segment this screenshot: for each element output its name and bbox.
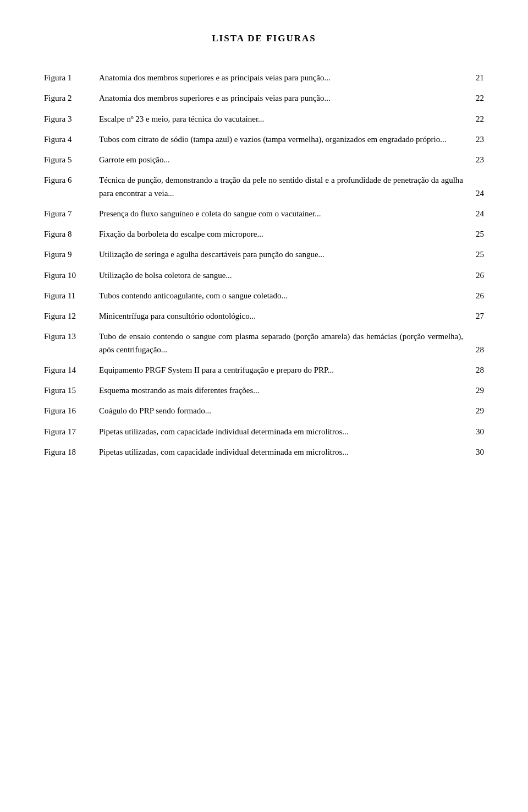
- figure-label: Figura 12: [44, 310, 99, 323]
- figure-page-number: 24: [468, 187, 484, 200]
- figure-page-number: 22: [468, 113, 484, 126]
- figure-description: Tubos com citrato de sódio (tampa azul) …: [99, 133, 468, 146]
- figure-content: Pipetas utilizadas, com capacidade indiv…: [99, 426, 484, 438]
- figure-label: Figura 3: [44, 113, 99, 126]
- figure-page-number: 24: [468, 208, 484, 220]
- figure-label: Figura 16: [44, 405, 99, 417]
- figure-description: Coágulo do PRP sendo formado...: [99, 405, 468, 417]
- figure-page-number: 29: [468, 384, 484, 397]
- figure-page-number: 23: [468, 154, 484, 166]
- list-item: Figura 17Pipetas utilizadas, com capacid…: [44, 426, 484, 438]
- figure-content: Fixação da borboleta do escalpe com micr…: [99, 228, 484, 241]
- figure-label: Figura 14: [44, 364, 99, 377]
- figure-description: Anatomia dos membros superiores e as pri…: [99, 92, 468, 105]
- figure-label: Figura 9: [44, 248, 99, 261]
- figure-description: Equipamento PRGF System II para a centri…: [99, 364, 468, 377]
- figure-description: Minicentrífuga para consultório odontoló…: [99, 310, 468, 323]
- figure-description: Presença do fluxo sanguíneo e coleta do …: [99, 208, 468, 220]
- figure-description: Tubos contendo anticoagulante, com o san…: [99, 290, 468, 302]
- figure-description: Anatomia dos membros superiores e as pri…: [99, 72, 468, 84]
- list-item: Figura 12Minicentrífuga para consultório…: [44, 310, 484, 323]
- figure-page-number: 27: [468, 310, 484, 323]
- list-item: Figura 8Fixação da borboleta do escalpe …: [44, 228, 484, 241]
- list-item: Figura 3Escalpe nº 23 e meio, para técni…: [44, 113, 484, 126]
- figure-label: Figura 7: [44, 208, 99, 220]
- figure-page-number: 30: [468, 426, 484, 438]
- figure-content: Esquema mostrando as mais diferentes fra…: [99, 384, 484, 397]
- figure-description: Pipetas utilizadas, com capacidade indiv…: [99, 426, 468, 438]
- list-item: Figura 11Tubos contendo anticoagulante, …: [44, 290, 484, 302]
- figure-content: Tubos contendo anticoagulante, com o san…: [99, 290, 484, 302]
- figure-content: Pipetas utilizadas, com capacidade indiv…: [99, 446, 484, 459]
- figure-content: Minicentrífuga para consultório odontoló…: [99, 310, 484, 323]
- figure-content: Garrote em posição...23: [99, 154, 484, 166]
- figure-description: Escalpe nº 23 e meio, para técnica do va…: [99, 113, 468, 126]
- figure-description: Técnica de punção, demonstrando a tração…: [99, 174, 468, 200]
- list-item: Figura 10Utilização de bolsa coletora de…: [44, 269, 484, 282]
- list-item: Figura 14Equipamento PRGF System II para…: [44, 364, 484, 377]
- figure-page-number: 21: [468, 72, 484, 84]
- figure-content: Utilização de seringa e agulha descartáv…: [99, 248, 484, 261]
- list-item: Figura 9Utilização de seringa e agulha d…: [44, 248, 484, 261]
- figure-description: Fixação da borboleta do escalpe com micr…: [99, 228, 468, 241]
- figure-page-number: 28: [468, 344, 484, 356]
- list-item: Figura 13Tubo de ensaio contendo o sangu…: [44, 330, 484, 356]
- figure-page-number: 26: [468, 290, 484, 302]
- figure-page-number: 23: [468, 133, 484, 146]
- figure-page-number: 29: [468, 405, 484, 417]
- figure-content: Utilização de bolsa coletora de sangue..…: [99, 269, 484, 282]
- list-item: Figura 18Pipetas utilizadas, com capacid…: [44, 446, 484, 459]
- figure-label: Figura 17: [44, 426, 99, 438]
- figure-page-number: 22: [468, 92, 484, 105]
- figure-label: Figura 11: [44, 290, 99, 302]
- figure-page-number: 26: [468, 269, 484, 282]
- figure-content: Equipamento PRGF System II para a centri…: [99, 364, 484, 377]
- figure-content: Anatomia dos membros superiores e as pri…: [99, 92, 484, 105]
- figure-label: Figura 2: [44, 92, 99, 105]
- figure-label: Figura 10: [44, 269, 99, 282]
- figure-description: Tubo de ensaio contendo o sangue com pla…: [99, 330, 468, 356]
- list-item: Figura 4Tubos com citrato de sódio (tamp…: [44, 133, 484, 146]
- figure-content: Tubo de ensaio contendo o sangue com pla…: [99, 330, 484, 356]
- figure-label: Figura 4: [44, 133, 99, 146]
- figure-page-number: 25: [468, 228, 484, 241]
- figure-label: Figura 8: [44, 228, 99, 241]
- figure-page-number: 30: [468, 446, 484, 459]
- figure-page-number: 28: [468, 364, 484, 377]
- figure-label: Figura 5: [44, 154, 99, 166]
- list-item: Figura 1Anatomia dos membros superiores …: [44, 72, 484, 84]
- figure-description: Utilização de seringa e agulha descartáv…: [99, 248, 468, 261]
- figure-description: Pipetas utilizadas, com capacidade indiv…: [99, 446, 468, 459]
- figure-content: Coágulo do PRP sendo formado...29: [99, 405, 484, 417]
- figure-label: Figura 6: [44, 174, 99, 187]
- figure-label: Figura 15: [44, 384, 99, 397]
- figure-content: Presença do fluxo sanguíneo e coleta do …: [99, 208, 484, 220]
- figure-page-number: 25: [468, 248, 484, 261]
- figure-content: Técnica de punção, demonstrando a tração…: [99, 174, 484, 200]
- list-item: Figura 16Coágulo do PRP sendo formado...…: [44, 405, 484, 417]
- figure-content: Escalpe nº 23 e meio, para técnica do va…: [99, 113, 484, 126]
- list-item: Figura 2Anatomia dos membros superiores …: [44, 92, 484, 105]
- figure-label: Figura 18: [44, 446, 99, 459]
- list-item: Figura 15Esquema mostrando as mais difer…: [44, 384, 484, 397]
- figure-description: Esquema mostrando as mais diferentes fra…: [99, 384, 468, 397]
- list-item: Figura 6Técnica de punção, demonstrando …: [44, 174, 484, 200]
- page-title: LISTA DE FIGURAS: [44, 33, 484, 44]
- figure-list: Figura 1Anatomia dos membros superiores …: [44, 72, 484, 459]
- figure-label: Figura 1: [44, 72, 99, 84]
- figure-content: Anatomia dos membros superiores e as pri…: [99, 72, 484, 84]
- figure-label: Figura 13: [44, 330, 99, 343]
- figure-description: Utilização de bolsa coletora de sangue..…: [99, 269, 468, 282]
- figure-content: Tubos com citrato de sódio (tampa azul) …: [99, 133, 484, 146]
- list-item: Figura 5Garrote em posição...23: [44, 154, 484, 166]
- figure-description: Garrote em posição...: [99, 154, 468, 166]
- list-item: Figura 7Presença do fluxo sanguíneo e co…: [44, 208, 484, 220]
